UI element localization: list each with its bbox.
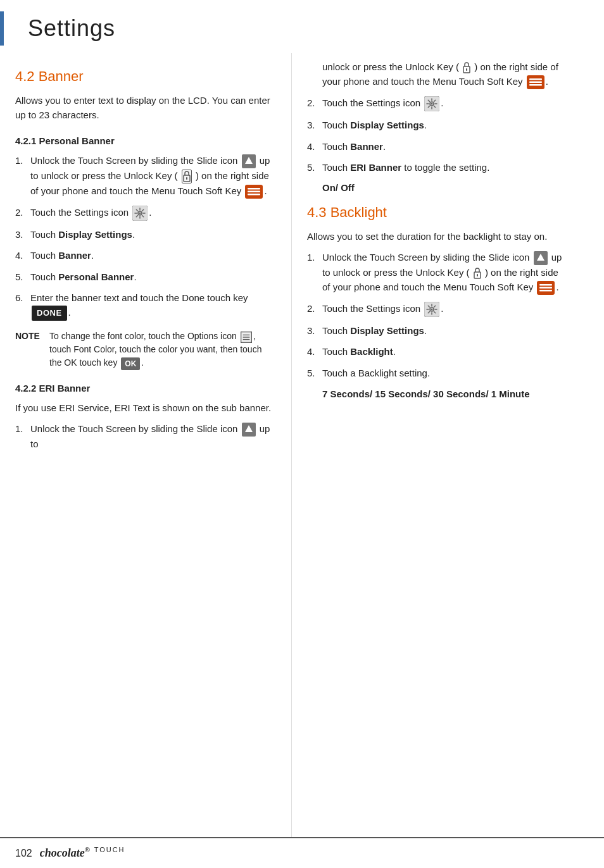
step-5-personal: 5. Touch Personal Banner. [15,270,276,284]
options-icon [241,332,252,343]
backlight-steps: 1. Unlock the Touch Screen by sliding th… [307,250,567,380]
menu-softkey-icon-backlight [537,281,555,295]
step-1-content: Unlock the Touch Screen by sliding the S… [30,153,276,199]
eri-step-number-4: 4. [307,139,322,154]
menu-softkey-icon-eri [527,75,544,89]
backlight-step-5: 5. Touch a Backlight setting. [307,366,567,380]
svg-rect-47 [539,284,552,286]
page-title: Settings [15,11,115,46]
svg-rect-5 [248,188,260,190]
eri-step-number-1: 1. [15,421,30,436]
note-content: To change the font color, touch the Opti… [49,330,276,369]
backlight-step-4-content: Touch Backlight. [322,344,567,359]
footer-bar: 102 chocolate® TOUCH [0,837,604,868]
right-column: unlock or press the Unlock Key ( ) on th… [291,53,582,837]
section-4-2-heading: 4.2 Banner [15,66,276,87]
backlight-step-number-3: 3. [307,323,322,338]
done-button: DONE [32,306,67,321]
settings-icon [132,206,148,221]
footer-brand: chocolate® TOUCH [40,845,125,862]
note-block: NOTE To change the font color, touch the… [15,330,276,369]
eri-step-number-3: 3. [307,118,322,132]
backlight-step-number-2: 2. [307,301,322,316]
eri-step-2: 2. Touch the Settings icon [307,96,567,111]
slide-icon [242,154,256,168]
section-4-3-heading: 4.3 Backlight [307,202,567,223]
step-number-4: 4. [15,248,30,263]
left-column: 4.2 Banner Allows you to enter text to d… [0,53,291,837]
eri-step-4-content: Touch Banner. [322,139,567,154]
step-number-5: 5. [15,270,30,284]
eri-step-3-content: Touch Display Settings. [322,118,567,132]
settings-icon-backlight [424,302,439,317]
content-area: 4.2 Banner Allows you to enter text to d… [0,53,604,837]
ok-button: OK [121,357,140,370]
eri-step-5: 5. Touch ERI Banner to toggle the settin… [307,160,567,175]
slide-icon-backlight [534,251,548,265]
svg-point-52 [431,309,433,311]
step-4-personal: 4. Touch Banner. [15,248,276,263]
step-2-personal: 2. Touch the Settings icon [15,205,276,221]
step-number-6: 6. [15,290,30,305]
svg-rect-49 [539,290,552,292]
footer-page-number: 102 [15,846,32,861]
eri-step-5-content: Touch ERI Banner to toggle the setting. [322,160,567,175]
step-4-content: Touch Banner. [30,248,276,263]
svg-rect-48 [539,287,552,289]
eri-desc: If you use ERI Service, ERI Text is show… [15,400,276,415]
svg-rect-7 [248,194,260,195]
eri-step-1: 1. Unlock the Touch Screen by sliding th… [15,421,276,451]
backlight-step-5-content: Touch a Backlight setting. [322,366,567,380]
eri-step-number-5: 5. [307,160,322,175]
svg-rect-29 [529,82,542,84]
backlight-step-1-content: Unlock the Touch Screen by sliding the S… [322,250,567,295]
on-off-label: On/ Off [322,181,567,195]
step-number-1: 1. [15,153,30,168]
backlight-step-number-1: 1. [307,250,322,264]
personal-banner-steps: 1. Unlock the Touch Screen by sliding th… [15,153,276,321]
svg-point-33 [431,103,433,105]
unlock-key-icon-backlight [474,268,481,279]
svg-rect-3 [186,177,187,180]
backlight-options: 7 Seconds/ 15 Seconds/ 30 Seconds/ 1 Min… [322,387,567,401]
slide-icon-eri [242,423,256,437]
backlight-step-number-4: 4. [307,344,322,359]
step-6-content: Enter the banner text and touch the Done… [30,290,276,321]
eri-step-3: 3. Touch Display Settings. [307,118,567,132]
step-3-content: Touch Display Settings. [30,227,276,242]
footer-brand-chocolate: chocolate [40,846,85,859]
backlight-step-number-5: 5. [307,366,322,380]
blue-accent-bar [0,11,4,46]
svg-point-10 [139,213,141,214]
unlock-key-icon-eri [463,62,470,73]
eri-steps-left: 1. Unlock the Touch Screen by sliding th… [15,421,276,451]
backlight-step-2-content: Touch the Settings icon [322,301,567,317]
svg-rect-26 [466,68,467,71]
title-section: Settings [0,0,604,53]
backlight-step-4: 4. Touch Backlight. [307,344,567,359]
eri-step-number-2: 2. [307,96,322,110]
eri-step-1-cont: unlock or press the Unlock Key ( ) on th… [307,59,567,89]
backlight-step-2: 2. Touch the Settings icon [307,301,567,317]
page-container: Settings 4.2 Banner Allows you to enter … [0,0,604,868]
step-number-2: 2. [15,205,30,220]
svg-rect-45 [477,274,478,276]
step-2-content: Touch the Settings icon [30,205,276,221]
backlight-step-1: 1. Unlock the Touch Screen by sliding th… [307,250,567,295]
section-4-2-desc: Allows you to enter text to display on t… [15,93,276,123]
step-3-personal: 3. Touch Display Settings. [15,227,276,242]
eri-step-2-content: Touch the Settings icon [322,96,567,111]
note-label: NOTE [15,330,49,369]
footer-brand-touch: ® TOUCH [85,846,125,853]
menu-softkey-icon [245,185,263,199]
eri-step-4: 4. Touch Banner. [307,139,567,154]
settings-icon-eri [424,96,439,111]
eri-step-1-content: Unlock the Touch Screen by sliding the S… [30,421,276,451]
step-6-personal: 6. Enter the banner text and touch the D… [15,290,276,321]
eri-steps-right: 2. Touch the Settings icon [307,96,567,175]
subsection-4-2-2-heading: 4.2.2 ERI Banner [15,381,276,396]
svg-rect-6 [248,191,260,193]
svg-rect-30 [529,84,542,86]
step-number-3: 3. [15,227,30,242]
backlight-step-3: 3. Touch Display Settings. [307,323,567,338]
